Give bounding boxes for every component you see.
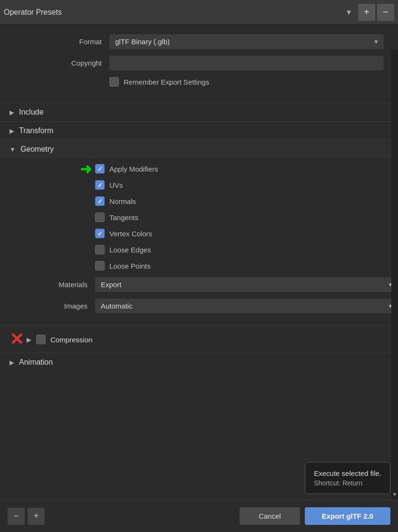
loose-points-row: Loose Points <box>0 261 398 271</box>
apply-modifiers-row: ➜ Apply Modifiers <box>0 164 398 174</box>
compression-section: ✕ ▶ Compression <box>0 326 398 353</box>
presets-remove-button[interactable]: − <box>377 4 394 21</box>
remember-export-label[interactable]: Remember Export Settings <box>109 77 209 87</box>
loose-points-label[interactable]: Loose Points <box>95 261 151 271</box>
section-geometry[interactable]: ▼ Geometry <box>0 140 398 158</box>
main-content: Format glTF Binary (.glb) Copyright Reme… <box>0 25 398 103</box>
images-label: Images <box>0 302 95 310</box>
vertex-colors-text: Vertex Colors <box>109 230 152 238</box>
animation-chevron-icon: ▶ <box>10 359 14 366</box>
format-row: Format glTF Binary (.glb) <box>14 34 384 49</box>
x-mark-icon: ✕ <box>10 331 24 348</box>
scroll-down-icon[interactable]: ▼ <box>390 489 398 500</box>
copyright-row: Copyright <box>14 56 384 70</box>
images-dropdown-wrapper: Automatic None Copy <box>95 299 398 313</box>
normals-text: Normals <box>109 197 136 205</box>
loose-edges-row: Loose Edges <box>0 245 398 254</box>
operator-presets-bar: Operator Presets ▼ + − <box>0 0 398 25</box>
tooltip-title: Execute selected file. <box>314 469 381 477</box>
normals-label[interactable]: Normals <box>95 196 136 206</box>
apply-modifiers-label[interactable]: Apply Modifiers <box>95 164 158 174</box>
loose-points-checkbox[interactable] <box>95 261 105 271</box>
compression-label: Compression <box>50 336 92 344</box>
tangents-row: Tangents <box>0 213 398 222</box>
include-chevron-icon: ▶ <box>10 109 14 116</box>
remember-export-row: Remember Export Settings <box>14 77 384 87</box>
apply-modifiers-text: Apply Modifiers <box>109 165 158 173</box>
stepper: − + <box>8 508 45 525</box>
materials-row: Materials Export Placeholder None <box>0 277 398 292</box>
tangents-checkbox[interactable] <box>95 213 105 222</box>
vertex-colors-label[interactable]: Vertex Colors <box>95 229 152 238</box>
format-dropdown[interactable]: glTF Binary (.glb) <box>109 34 384 49</box>
normals-checkbox[interactable] <box>95 196 105 206</box>
tangents-text: Tangents <box>109 213 138 222</box>
vertex-colors-row: Vertex Colors <box>0 229 398 238</box>
transform-label: Transform <box>19 126 53 135</box>
copyright-input-wrapper <box>109 56 384 70</box>
compression-chevron-icon: ▶ <box>27 336 31 343</box>
loose-edges-text: Loose Edges <box>109 246 151 254</box>
images-row: Images Automatic None Copy <box>0 299 398 313</box>
loose-points-text: Loose Points <box>109 262 151 270</box>
materials-label: Materials <box>0 281 95 289</box>
green-arrow-icon: ➜ <box>80 161 92 177</box>
normals-row: Normals <box>0 196 398 206</box>
format-dropdown-wrapper: glTF Binary (.glb) <box>109 34 384 49</box>
cancel-button[interactable]: Cancel <box>240 507 300 525</box>
materials-dropdown[interactable]: Export Placeholder None <box>95 277 398 292</box>
images-dropdown[interactable]: Automatic None Copy <box>95 299 398 313</box>
section-animation[interactable]: ▶ Animation <box>0 353 398 371</box>
vertex-colors-checkbox[interactable] <box>95 229 105 238</box>
transform-chevron-icon: ▶ <box>10 127 14 135</box>
animation-label: Animation <box>19 358 53 367</box>
section-include[interactable]: ▶ Include <box>0 103 398 121</box>
tooltip-box: Execute selected file. Shortcut: Return <box>305 462 390 494</box>
bottom-bar: − + Cancel Export glTF 2.0 <box>0 500 398 532</box>
apply-modifiers-checkbox[interactable] <box>95 164 105 174</box>
stepper-minus-button[interactable]: − <box>8 508 25 525</box>
loose-edges-label[interactable]: Loose Edges <box>95 245 151 254</box>
include-label: Include <box>19 108 44 116</box>
section-transform[interactable]: ▶ Transform <box>0 121 398 140</box>
materials-dropdown-wrapper: Export Placeholder None <box>95 277 398 292</box>
stepper-plus-button[interactable]: + <box>28 508 45 525</box>
geometry-label: Geometry <box>20 145 54 154</box>
geometry-options: ➜ Apply Modifiers UVs Normals <box>0 158 398 326</box>
format-label: Format <box>14 38 109 46</box>
scroll-indicator: ▼ <box>391 49 398 500</box>
loose-edges-checkbox[interactable] <box>95 245 105 254</box>
presets-add-button[interactable]: + <box>358 4 375 21</box>
remember-export-text: Remember Export Settings <box>124 78 209 86</box>
compression-checkbox[interactable] <box>36 335 46 344</box>
remember-export-checkbox[interactable] <box>109 77 119 87</box>
export-button[interactable]: Export glTF 2.0 <box>305 507 390 525</box>
presets-chevron-icon: ▼ <box>345 8 352 16</box>
copyright-input[interactable] <box>109 56 384 70</box>
uvs-label[interactable]: UVs <box>95 180 123 190</box>
uvs-row: UVs <box>0 180 398 190</box>
tooltip-shortcut: Shortcut: Return <box>314 479 381 487</box>
copyright-label: Copyright <box>14 59 109 67</box>
presets-label: Operator Presets <box>4 8 345 17</box>
uvs-checkbox[interactable] <box>95 180 105 190</box>
uvs-text: UVs <box>109 181 123 189</box>
tangents-label[interactable]: Tangents <box>95 213 138 222</box>
geometry-chevron-icon: ▼ <box>10 146 16 153</box>
